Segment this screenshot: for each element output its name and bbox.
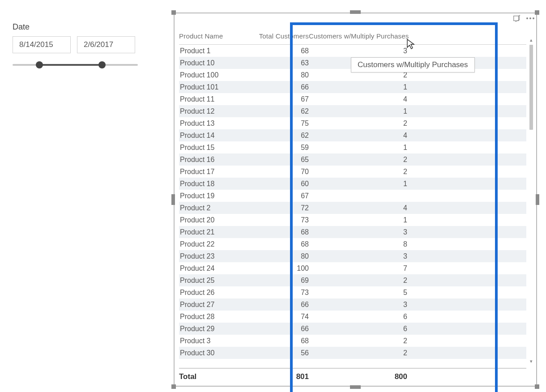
table-header-row: Product Name Total Customers Customers w… — [179, 29, 526, 44]
cell-total-customers: 62 — [246, 129, 309, 141]
cell-multi-purchases: 1 — [309, 81, 407, 93]
table-row[interactable]: Product 12621 — [179, 105, 526, 117]
table-row[interactable]: Product 23803 — [179, 250, 526, 262]
table-row[interactable]: Product 2724 — [179, 202, 526, 214]
cell-multi-purchases: 3 — [309, 298, 407, 311]
table-row[interactable]: Product 241007 — [179, 262, 526, 274]
resize-handle[interactable] — [171, 10, 176, 15]
cell-total-customers: 66 — [246, 323, 309, 335]
table-row[interactable]: Product 1683 — [179, 45, 526, 57]
table-visual[interactable]: Product Name Total Customers Customers w… — [174, 13, 537, 387]
date-range-slider[interactable] — [13, 59, 138, 72]
focus-mode-icon[interactable] — [512, 13, 522, 23]
table-row[interactable]: Product 18601 — [179, 178, 526, 190]
column-header[interactable]: Product Name — [179, 32, 246, 40]
cell-total-customers: 68 — [246, 238, 309, 250]
cell-product-name: Product 2 — [179, 202, 246, 214]
table-row[interactable]: Product 11674 — [179, 93, 526, 105]
table-row[interactable]: Product 22688 — [179, 238, 526, 250]
cell-product-name: Product 30 — [179, 347, 246, 359]
cell-multi-purchases: 1 — [309, 178, 407, 190]
table-row[interactable]: Product 20731 — [179, 214, 526, 226]
table-row[interactable]: Product 1967 — [179, 190, 526, 202]
cell-product-name: Product 24 — [179, 262, 246, 274]
slicer-title: Date — [13, 22, 147, 32]
table-row[interactable]: Product 28746 — [179, 311, 526, 323]
date-start-input[interactable]: 8/14/2015 — [13, 36, 71, 53]
resize-handle[interactable] — [171, 384, 176, 389]
cell-total-customers: 65 — [246, 153, 309, 166]
table-row[interactable]: Product 26735 — [179, 286, 526, 298]
date-end-input[interactable]: 2/6/2017 — [77, 36, 135, 53]
cell-total-customers: 66 — [246, 81, 309, 93]
cell-product-name: Product 11 — [179, 93, 246, 105]
scroll-down-icon[interactable]: ▾ — [528, 358, 534, 364]
date-slicer[interactable]: Date 8/14/2015 2/6/2017 — [13, 22, 147, 72]
cell-product-name: Product 21 — [179, 226, 246, 238]
cell-multi-purchases: 7 — [309, 262, 407, 274]
table-row[interactable]: Product 16652 — [179, 153, 526, 166]
resize-handle[interactable] — [350, 10, 361, 14]
cell-multi-purchases: 1 — [309, 214, 407, 226]
table-row[interactable]: Product 25692 — [179, 274, 526, 286]
cell-total-customers: 80 — [246, 69, 309, 81]
cell-total-customers: 63 — [246, 57, 309, 69]
cell-multi-purchases: 4 — [309, 93, 407, 105]
table-row[interactable]: Product 29666 — [179, 323, 526, 335]
column-header[interactable]: Total Customers — [246, 32, 309, 40]
table-row[interactable]: Product 15591 — [179, 141, 526, 153]
column-tooltip: Customers w/Multiply Purchases — [351, 57, 475, 72]
cell-product-name: Product 22 — [179, 238, 246, 250]
cell-total-customers: 68 — [246, 45, 309, 57]
cell-product-name: Product 12 — [179, 105, 246, 117]
resize-handle[interactable] — [535, 10, 539, 15]
scroll-thumb[interactable] — [529, 45, 533, 130]
cell-total-customers: 68 — [246, 335, 309, 347]
cell-total-customers: 62 — [246, 105, 309, 117]
cell-multi-purchases: 2 — [309, 153, 407, 166]
cell-multi-purchases: 8 — [309, 238, 407, 250]
cell-total-customers: 59 — [246, 141, 309, 153]
cell-product-name: Product 23 — [179, 250, 246, 262]
cell-multi-purchases: 3 — [309, 45, 407, 57]
table-row[interactable]: Product 17702 — [179, 166, 526, 178]
cell-multi-purchases: 4 — [309, 129, 407, 141]
scroll-up-icon[interactable]: ▴ — [528, 37, 534, 43]
table-row[interactable]: Product 27663 — [179, 298, 526, 311]
slider-handle-end[interactable] — [98, 61, 106, 68]
cell-total-customers: 73 — [246, 214, 309, 226]
resize-handle[interactable] — [350, 385, 361, 389]
cell-multi-purchases: 5 — [309, 286, 407, 298]
table-row[interactable]: Product 14624 — [179, 129, 526, 141]
total-label: Total — [179, 372, 246, 381]
cell-product-name: Product 28 — [179, 311, 246, 323]
cell-total-customers: 60 — [246, 178, 309, 190]
svg-rect-0 — [514, 16, 519, 21]
cell-multi-purchases: 3 — [309, 226, 407, 238]
cell-product-name: Product 25 — [179, 274, 246, 286]
resize-handle[interactable] — [535, 384, 539, 389]
cell-product-name: Product 15 — [179, 141, 246, 153]
table-row[interactable]: Product 3682 — [179, 335, 526, 347]
total-value: 800 — [309, 372, 407, 381]
resize-handle[interactable] — [536, 194, 539, 205]
slider-handle-start[interactable] — [36, 61, 43, 68]
table-total-row: Total 801 800 — [179, 368, 526, 381]
cell-multi-purchases — [309, 190, 407, 202]
cell-product-name: Product 29 — [179, 323, 246, 335]
cell-product-name: Product 13 — [179, 117, 246, 129]
table-scrollbar[interactable]: ▴ ▾ — [528, 37, 534, 364]
cell-multi-purchases: 2 — [309, 117, 407, 129]
cell-total-customers: 100 — [246, 262, 309, 274]
column-header[interactable]: Customers w/Multiply Purchases — [309, 32, 407, 40]
table-row[interactable]: Product 30562 — [179, 347, 526, 359]
table-row[interactable]: Product 101661 — [179, 81, 526, 93]
cell-product-name: Product 100 — [179, 69, 246, 81]
cell-total-customers: 67 — [246, 93, 309, 105]
cell-total-customers: 68 — [246, 226, 309, 238]
table-row[interactable]: Product 13752 — [179, 117, 526, 129]
cell-multi-purchases: 1 — [309, 141, 407, 153]
table-row[interactable]: Product 21683 — [179, 226, 526, 238]
resize-handle[interactable] — [171, 194, 175, 205]
more-options-icon[interactable] — [525, 13, 535, 23]
